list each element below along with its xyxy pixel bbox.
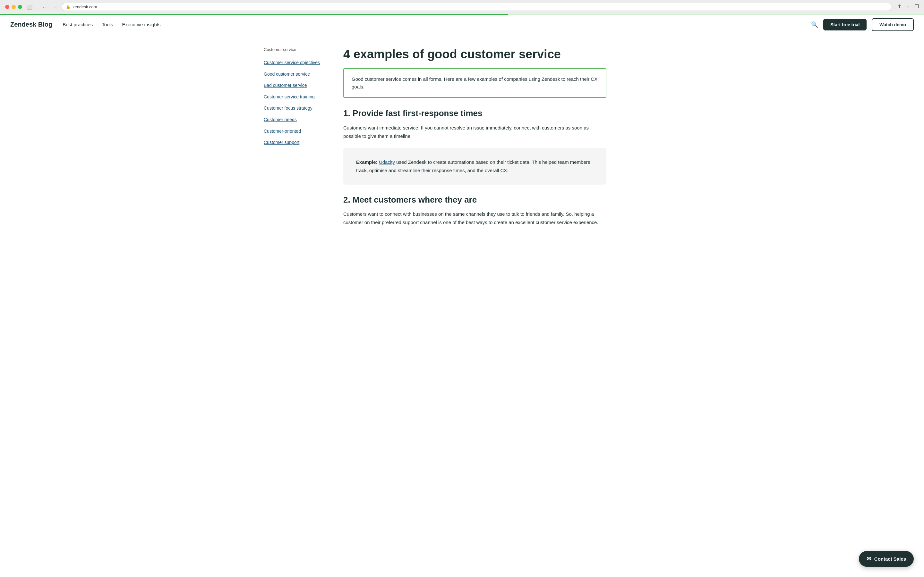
- forward-button[interactable]: →: [51, 3, 59, 10]
- nav-actions: 🔍 Start free trial Watch demo: [811, 18, 914, 31]
- main-content: 4 examples of good customer service Good…: [343, 47, 606, 234]
- sidebar-link-good[interactable]: Good customer service: [264, 69, 328, 80]
- page-load-progress: [0, 14, 924, 15]
- browser-actions: ⬆ ＋ ❐: [897, 3, 919, 10]
- traffic-lights: [5, 5, 22, 9]
- section2-heading: 2. Meet customers where they are: [343, 195, 606, 205]
- new-tab-icon[interactable]: ＋: [905, 3, 911, 10]
- url-text: zendesk.com: [73, 5, 97, 9]
- nav-tools[interactable]: Tools: [102, 22, 113, 27]
- browser-chrome: ⬜ ← → 🔒 zendesk.com ⬆ ＋ ❐: [0, 0, 924, 14]
- sidebar-link-bad[interactable]: Bad customer service: [264, 80, 328, 91]
- start-free-trial-button[interactable]: Start free trial: [823, 19, 867, 31]
- sidebar-link-focus-strategy[interactable]: Customer focus strategy: [264, 103, 328, 114]
- site-nav: Zendesk Blog Best practices Tools Execut…: [0, 15, 924, 34]
- windows-icon[interactable]: ❐: [914, 3, 919, 10]
- sidebar-link-support[interactable]: Customer support: [264, 137, 328, 148]
- nav-executive-insights[interactable]: Executive insights: [122, 22, 160, 27]
- search-button[interactable]: 🔍: [811, 21, 818, 28]
- section2-para: Customers want to connect with businesse…: [343, 210, 606, 226]
- nav-best-practices[interactable]: Best practices: [63, 22, 93, 27]
- browser-nav: ← →: [40, 3, 59, 10]
- example-box-1: Example: Udacity used Zendesk to create …: [343, 148, 606, 185]
- sidebar-toggle[interactable]: ⬜: [25, 4, 34, 10]
- share-icon[interactable]: ⬆: [897, 3, 901, 10]
- page-layout: Customer service Customer service object…: [254, 34, 670, 247]
- fullscreen-dot[interactable]: [18, 5, 22, 9]
- sidebar-link-oriented[interactable]: Customer-oriented: [264, 126, 328, 137]
- back-button[interactable]: ←: [40, 3, 48, 10]
- watch-demo-button[interactable]: Watch demo: [872, 18, 914, 31]
- sidebar-link-needs[interactable]: Customer needs: [264, 114, 328, 126]
- lock-icon: 🔒: [66, 5, 71, 9]
- nav-links: Best practices Tools Executive insights: [63, 22, 801, 27]
- sidebar: Customer service Customer service object…: [264, 47, 328, 234]
- example-label: Example:: [356, 159, 378, 165]
- udacity-link[interactable]: Udacity: [379, 159, 395, 165]
- article-title: 4 examples of good customer service: [343, 47, 606, 62]
- sidebar-section-label: Customer service: [264, 47, 328, 52]
- sidebar-link-training[interactable]: Customer service training: [264, 91, 328, 103]
- article-intro-box: Good customer service comes in all forms…: [343, 68, 606, 98]
- section1-heading: 1. Provide fast first-response times: [343, 108, 606, 119]
- article-intro-text: Good customer service comes in all forms…: [352, 76, 598, 89]
- close-dot[interactable]: [5, 5, 9, 9]
- section1-para: Customers want immediate service. If you…: [343, 124, 606, 140]
- address-bar[interactable]: 🔒 zendesk.com: [62, 3, 891, 11]
- sidebar-links: Customer service objectives Good custome…: [264, 57, 328, 148]
- sidebar-link-objectives[interactable]: Customer service objectives: [264, 57, 328, 69]
- minimize-dot[interactable]: [11, 5, 16, 9]
- site-logo[interactable]: Zendesk Blog: [10, 21, 52, 28]
